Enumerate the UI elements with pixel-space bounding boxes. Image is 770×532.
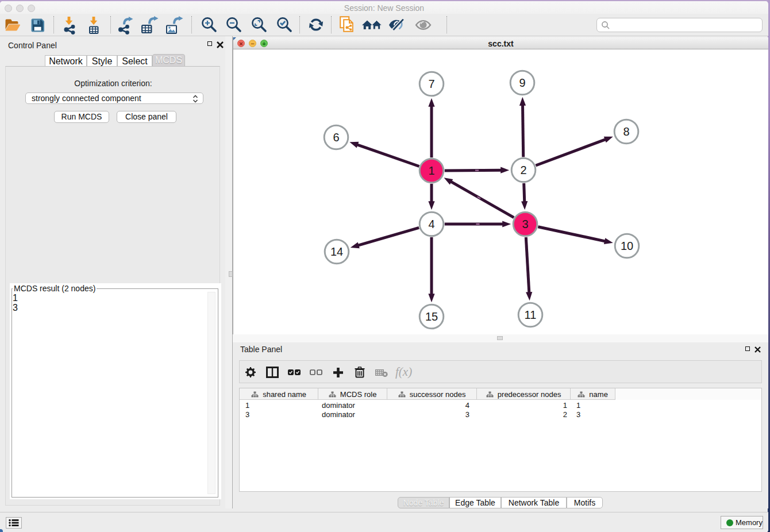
svg-text:1: 1: [428, 164, 434, 177]
svg-text:14: 14: [330, 245, 343, 258]
svg-text:6: 6: [333, 131, 339, 144]
svg-text:8: 8: [623, 125, 629, 138]
svg-text:15: 15: [425, 310, 438, 323]
svg-text:7: 7: [428, 78, 434, 90]
svg-text:11: 11: [525, 309, 537, 321]
svg-text:3: 3: [522, 218, 528, 230]
svg-text:10: 10: [621, 240, 633, 252]
svg-text:4: 4: [428, 218, 434, 230]
svg-text:2: 2: [520, 164, 526, 176]
svg-text:9: 9: [519, 76, 525, 89]
